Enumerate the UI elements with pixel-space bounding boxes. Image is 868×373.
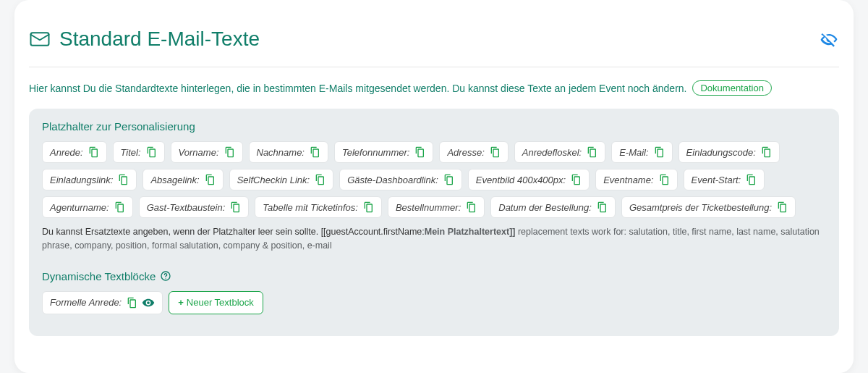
dynamic-textblocks-heading: Dynamische Textblöcke (42, 270, 826, 282)
placeholder-chip[interactable]: Adresse: (439, 141, 508, 163)
documentation-link[interactable]: Dokumentation (692, 80, 771, 96)
help-bold: Mein Platzhaltertext]] (425, 227, 516, 237)
envelope-icon (29, 28, 51, 50)
copy-icon[interactable] (489, 146, 501, 158)
placeholder-chip[interactable]: Bestellnummer: (388, 196, 485, 218)
help-circle-icon[interactable] (160, 270, 171, 282)
placeholder-chip[interactable]: Datum der Bestellung: (490, 196, 616, 218)
copy-icon[interactable] (776, 201, 788, 213)
placeholder-chip-label: Einladungslink: (50, 175, 113, 185)
placeholder-chip[interactable]: Vorname: (171, 141, 243, 163)
help-text: Du kannst Ersatztexte angeben, wenn der … (42, 225, 826, 253)
placeholder-chip[interactable]: Einladungscode: (678, 141, 780, 163)
placeholder-chip[interactable]: Nachname: (249, 141, 328, 163)
page-title: Standard E-Mail-Texte (29, 28, 260, 51)
copy-icon[interactable] (309, 146, 320, 158)
placeholder-chip[interactable]: Anrede: (42, 141, 107, 163)
placeholder-panel: Platzhalter zur Personalisierung Anrede:… (29, 109, 839, 336)
help-lead: Du kannst Ersatztexte angeben, wenn der … (42, 227, 425, 237)
eye-icon[interactable] (142, 296, 155, 309)
copy-icon[interactable] (362, 201, 374, 213)
intro-text: Hier kannst Du die Standardtexte hinterl… (29, 83, 686, 94)
copy-icon[interactable] (745, 174, 757, 185)
copy-icon[interactable] (204, 174, 216, 185)
textblock-chip-label: Formelle Anrede: (50, 297, 122, 308)
placeholder-chip-label: Telefonnummer: (342, 147, 409, 158)
panel-heading: Platzhalter zur Personalisierung (42, 120, 826, 133)
add-textblock-label: Neuer Textblock (187, 297, 254, 308)
svg-point-2 (166, 278, 166, 279)
placeholder-chip[interactable]: Titel: (113, 141, 165, 163)
placeholder-chip[interactable]: Absagelink: (142, 169, 223, 190)
placeholder-chip[interactable]: E-Mail: (611, 141, 672, 163)
placeholder-chip-label: Gesamtpreis der Ticketbestellung: (629, 202, 772, 213)
placeholder-chip-label: Anredefloskel: (522, 147, 582, 158)
copy-icon[interactable] (465, 201, 477, 213)
copy-icon[interactable] (760, 146, 772, 158)
placeholder-chip-label: Gast-Textbaustein: (147, 202, 226, 213)
placeholder-chip-row: Anrede:Titel:Vorname:Nachname:Telefonnum… (42, 141, 826, 218)
copy-icon[interactable] (443, 174, 454, 185)
copy-icon[interactable] (224, 146, 235, 158)
copy-icon[interactable] (414, 146, 425, 158)
placeholder-chip-label: Datum der Bestellung: (498, 202, 592, 213)
placeholder-chip[interactable]: Eventname: (595, 169, 677, 190)
copy-icon[interactable] (314, 174, 326, 185)
textblock-chip-row: Formelle Anrede:+Neuer Textblock (42, 291, 826, 314)
placeholder-chip[interactable]: Anredefloskel: (514, 141, 605, 163)
svg-rect-0 (31, 33, 49, 46)
placeholder-chip[interactable]: Gast-Textbaustein: (139, 196, 250, 218)
placeholder-chip-label: Anrede: (50, 147, 83, 158)
copy-icon[interactable] (114, 201, 125, 213)
copy-icon[interactable] (88, 146, 99, 158)
textblock-chip[interactable]: Formelle Anrede: (42, 291, 163, 314)
placeholder-chip[interactable]: Eventbild 400x400px: (468, 169, 590, 190)
placeholder-chip-label: Titel: (121, 147, 141, 158)
placeholder-chip-label: Absagelink: (150, 175, 199, 185)
placeholder-chip[interactable]: Event-Start: (684, 169, 765, 190)
placeholder-chip[interactable]: SelfCheckin Link: (229, 169, 333, 190)
add-textblock-button[interactable]: +Neuer Textblock (169, 291, 263, 314)
placeholder-chip-label: Eventname: (603, 175, 653, 185)
copy-icon[interactable] (145, 146, 157, 158)
placeholder-chip[interactable]: Einladungslink: (42, 169, 137, 190)
placeholder-chip-label: Tabelle mit Ticketinfos: (263, 202, 358, 213)
placeholder-chip-label: Nachname: (257, 147, 305, 158)
title-row: Standard E-Mail-Texte (29, 28, 839, 67)
placeholder-chip[interactable]: Tabelle mit Ticketinfos: (255, 196, 382, 218)
plus-icon: + (178, 297, 184, 308)
subheading-text: Dynamische Textblöcke (42, 270, 156, 282)
placeholder-chip-label: SelfCheckin Link: (237, 175, 310, 185)
placeholder-chip-label: Event-Start: (692, 175, 741, 185)
email-texts-card: Standard E-Mail-Texte Hier kannst Du die… (14, 0, 854, 373)
copy-icon[interactable] (596, 201, 608, 213)
placeholder-chip-label: Eventbild 400x400px: (476, 175, 566, 185)
placeholder-chip-label: Adresse: (447, 147, 484, 158)
placeholder-chip-label: Agenturname: (50, 202, 109, 213)
placeholder-chip-label: E-Mail: (619, 147, 648, 158)
page-title-text: Standard E-Mail-Texte (59, 28, 260, 51)
placeholder-chip-label: Gäste-Dashboardlink: (347, 175, 438, 185)
visibility-off-icon[interactable] (819, 29, 839, 49)
placeholder-chip-label: Bestellnummer: (396, 202, 461, 213)
copy-icon[interactable] (570, 174, 582, 185)
copy-icon[interactable] (229, 201, 241, 213)
placeholder-chip[interactable]: Telefonnummer: (334, 141, 433, 163)
copy-icon[interactable] (126, 297, 137, 309)
placeholder-chip[interactable]: Gesamtpreis der Ticketbestellung: (621, 196, 796, 218)
placeholder-chip-label: Einladungscode: (686, 147, 756, 158)
placeholder-chip[interactable]: Gäste-Dashboardlink: (339, 169, 462, 190)
placeholder-chip[interactable]: Agenturname: (42, 196, 133, 218)
placeholder-chip-label: Vorname: (179, 147, 219, 158)
copy-icon[interactable] (653, 146, 665, 158)
intro-row: Hier kannst Du die Standardtexte hinterl… (29, 80, 839, 96)
copy-icon[interactable] (117, 174, 129, 185)
copy-icon[interactable] (658, 174, 670, 185)
copy-icon[interactable] (586, 146, 597, 158)
